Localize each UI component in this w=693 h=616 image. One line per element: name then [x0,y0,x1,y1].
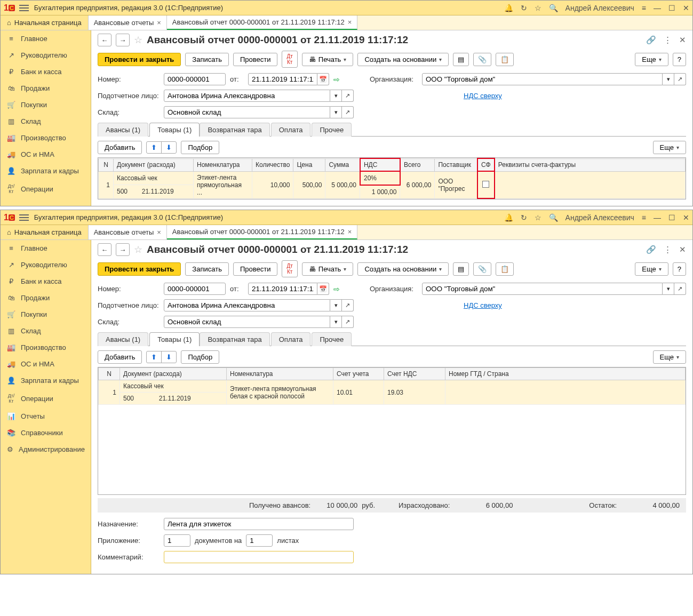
tab-advances[interactable]: Авансы (1) [98,332,148,346]
minimize-icon[interactable]: — [654,4,661,12]
th-vat[interactable]: НДС [360,158,400,171]
tab-other[interactable]: Прочее [312,123,352,137]
list-button[interactable]: 📋 [496,262,514,276]
tab-list[interactable]: Авансовые отчеты × [89,225,167,239]
person-field[interactable] [164,90,330,102]
date-field[interactable] [248,73,317,85]
minimize-icon[interactable]: — [654,213,661,222]
more-vert-icon[interactable]: ⋮ [664,245,672,254]
sheets-field[interactable] [246,534,273,547]
sidebar-item-bank[interactable]: ₽Банк и касса [1,273,91,290]
dropdown-icon[interactable]: ▾ [663,283,674,295]
tab-advances[interactable]: Авансы (1) [98,123,148,137]
docs-count-field[interactable] [164,534,190,547]
purpose-field[interactable] [164,518,354,530]
more-button[interactable]: Еще [635,262,668,276]
cell-doc-bottom[interactable]: 500 21.11.2019 [120,393,227,405]
th-gtd[interactable]: Номер ГТД / Страна [445,368,686,380]
dropdown-icon[interactable]: ▾ [330,90,342,102]
dt-kt-button[interactable]: ДтКт [282,51,297,68]
th-n[interactable]: N [99,368,120,380]
dropdown-icon[interactable]: ▾ [330,316,342,328]
post-button[interactable]: Провести [233,262,278,276]
arrow-up-icon[interactable]: ⬆ [147,351,162,363]
sub-more-button[interactable]: Еще [653,350,686,364]
cell-n[interactable]: 1 [99,171,114,198]
tab-goods[interactable]: Товары (1) [149,332,200,346]
settings-icon[interactable]: ≡ [642,4,646,12]
star-icon[interactable]: ☆ [535,213,541,222]
nav-forward-button[interactable]: → [116,34,130,46]
dt-kt-button[interactable]: ДтКт [282,260,297,277]
dropdown-icon[interactable]: ▾ [330,106,342,118]
sidebar-item-sales[interactable]: 🛍Продажи [1,80,91,97]
tab-returnable[interactable]: Возвратная тара [200,332,269,346]
sidebar-item-main[interactable]: ≡Главное [1,240,91,257]
sidebar-item-salary[interactable]: 👤Зарплата и кадры [1,372,91,389]
vat-link[interactable]: НДС сверху [464,301,502,309]
save-button[interactable]: Записать [185,53,229,66]
post-and-close-button[interactable]: Провести и закрыть [98,262,181,276]
vat-link[interactable]: НДС сверху [464,92,502,100]
save-button[interactable]: Записать [185,262,229,276]
tab-payment[interactable]: Оплата [271,332,311,346]
person-field[interactable] [164,299,330,311]
cell-nomen[interactable]: Этикет-лента прямоугольная белая с красн… [227,380,333,405]
th-vat-account[interactable]: Счет НДС [384,368,445,380]
tab-payment[interactable]: Оплата [271,123,311,137]
help-button[interactable]: ? [673,262,686,276]
cell-price[interactable]: 500,00 [293,171,325,198]
open-icon[interactable]: ↗ [342,106,354,118]
sidebar-item-purchases[interactable]: 🛒Покупки [1,306,91,323]
attach-button[interactable]: 📎 [473,53,491,66]
sidebar-item-operations[interactable]: Дт/КтОперации [1,179,91,198]
th-sf[interactable]: СФ [477,158,495,171]
th-sum[interactable]: Сумма [325,158,360,171]
create-basis-button[interactable]: Создать на основании [357,53,449,66]
th-supplier[interactable]: Поставщик [435,158,477,171]
cell-supplier[interactable]: ООО "Прогрес [435,171,477,198]
tab-home[interactable]: ⌂ Начальная страница [1,15,89,30]
dropdown-icon[interactable]: ▾ [330,299,342,311]
cell-vat-account[interactable]: 19.03 [384,380,445,405]
table-row[interactable]: 1 Кассовый чек Этикет-лента прямоугольна… [99,380,686,393]
select-button[interactable]: Подбор [181,141,219,154]
org-field[interactable] [422,73,663,85]
favorite-icon[interactable]: ☆ [134,34,142,46]
warehouse-field[interactable] [164,106,330,118]
maximize-icon[interactable]: ☐ [668,213,675,222]
related-button[interactable]: ▤ [453,53,469,66]
cell-n[interactable]: 1 [99,380,120,405]
open-icon[interactable]: ↗ [342,299,354,311]
tab-list[interactable]: Авансовые отчеты × [89,15,167,30]
history-icon[interactable]: ↻ [521,213,527,222]
doc-status-icon[interactable]: ⇨ [333,75,340,84]
nav-forward-button[interactable]: → [116,243,130,256]
sidebar-item-purchases[interactable]: 🛒Покупки [1,97,91,113]
arrow-up-icon[interactable]: ⬆ [147,142,162,153]
close-icon[interactable]: × [348,18,352,26]
th-nomen[interactable]: Номенклатура [194,158,252,171]
settings-icon[interactable]: ≡ [642,213,646,222]
th-doc[interactable]: Документ (расхода) [120,368,227,380]
table-row[interactable]: 1 Кассовый чек Этикет-лента прямоугольна… [99,171,686,185]
tab-goods[interactable]: Товары (1) [149,123,200,137]
user-name[interactable]: Андрей Алексеевич [565,213,634,222]
sidebar-item-warehouse[interactable]: ▥Склад [1,323,91,339]
sidebar-item-manager[interactable]: ↗Руководителю [1,47,91,63]
close-icon[interactable]: ✕ [679,35,686,45]
sidebar-item-assets[interactable]: 🚚ОС и НМА [1,356,91,372]
tab-returnable[interactable]: Возвратная тара [200,123,269,137]
warehouse-field[interactable] [164,316,330,328]
sidebar-item-catalogs[interactable]: 📚Справочники [1,425,91,441]
cell-vat-sum[interactable]: 1 000,00 [360,185,400,198]
close-icon[interactable]: × [157,228,161,236]
close-icon[interactable]: × [157,19,161,27]
search-icon[interactable]: 🔍 [549,4,558,12]
sidebar-item-manager[interactable]: ↗Руководителю [1,257,91,273]
user-name[interactable]: Андрей Алексеевич [565,4,634,12]
cell-nomen[interactable]: Этикет-лента прямоугольная ... [194,171,252,198]
menu-icon[interactable] [19,3,29,13]
th-requisites[interactable]: Реквизиты счета-фактуры [495,158,686,171]
th-price[interactable]: Цена [293,158,325,171]
